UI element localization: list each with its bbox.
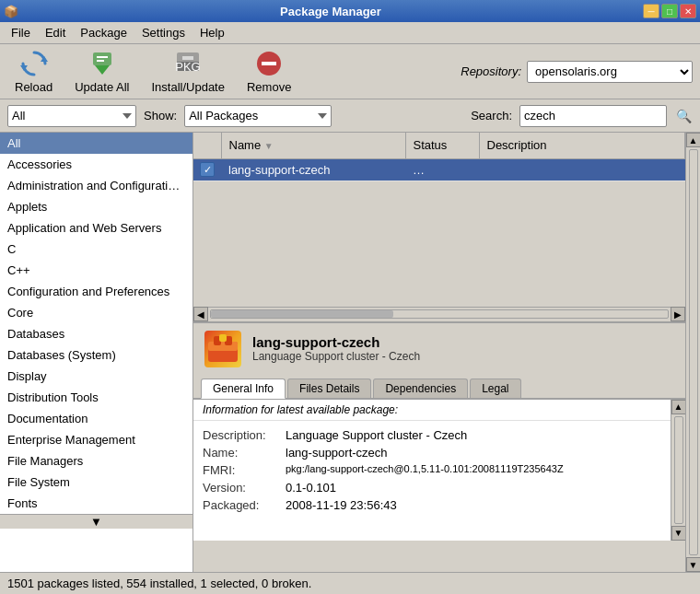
sidebar-item-accessories[interactable]: Accessories [0, 154, 192, 175]
svg-rect-16 [219, 334, 227, 342]
pkg-vscroll-down[interactable]: ▼ [686, 557, 701, 572]
detail-text: lang-support-czech Language Support clus… [252, 334, 420, 363]
pkg-vscroll-up[interactable]: ▲ [686, 133, 701, 147]
row-checkbox[interactable]: ✓ [193, 162, 221, 178]
table-row[interactable]: ✓ lang-support-czech … [193, 159, 685, 181]
reload-icon [19, 49, 49, 78]
sidebar-item-admin[interactable]: Administration and Configurati… [0, 175, 192, 196]
hscroll-track[interactable] [210, 309, 669, 319]
svg-rect-11 [262, 62, 276, 65]
hscroll-thumb [211, 310, 393, 318]
tab-legal[interactable]: Legal [470, 379, 520, 398]
info-key-name: Name: [203, 446, 286, 460]
minimize-button[interactable]: ─ [643, 4, 659, 18]
right-panel: Name ▼ Status Description ✓ lang-support… [193, 133, 700, 572]
search-clear-button[interactable]: 🔍 [674, 107, 693, 125]
hscroll-right[interactable]: ▶ [671, 307, 685, 321]
tab-general-info[interactable]: General Info [201, 379, 286, 399]
sidebar-item-fonts[interactable]: Fonts [0, 493, 192, 514]
detail-name: lang-support-czech [252, 334, 420, 350]
sidebar-item-file-managers[interactable]: File Managers [0, 450, 192, 472]
info-header: Information for latest available package… [193, 400, 671, 421]
sidebar-item-display[interactable]: Display [0, 366, 192, 387]
detail-description: Language Support cluster - Czech [252, 350, 420, 363]
sidebar-item-appservers[interactable]: Application and Web Servers [0, 217, 192, 239]
sort-arrow: ▼ [264, 141, 274, 151]
vscroll-down[interactable]: ▼ [671, 526, 686, 541]
repo-row: Repository: opensolaris.org [461, 61, 693, 83]
reload-button[interactable]: Reload [7, 45, 60, 98]
info-row-name: Name: lang-support-czech [203, 444, 661, 461]
install-label: Install/Update [151, 80, 225, 94]
info-row-fmri: FMRI: pkg:/lang-support-czech@0.1,5.11-0… [203, 461, 661, 479]
tab-files-details[interactable]: Files Details [287, 379, 371, 398]
status-bar: 1501 packages listed, 554 installed, 1 s… [0, 572, 700, 594]
menu-file[interactable]: File [4, 23, 38, 42]
pkg-list-vscrollbar[interactable]: ▲ ▼ [685, 133, 700, 572]
remove-icon [254, 49, 284, 78]
search-label: Search: [471, 109, 512, 122]
svg-rect-13 [208, 342, 238, 351]
info-val-fmri: pkg:/lang-support-czech@0.1,5.11-0.101:2… [286, 463, 564, 477]
search-input[interactable] [519, 105, 667, 127]
sidebar-item-c[interactable]: C [0, 239, 192, 260]
reload-label: Reload [15, 80, 52, 94]
menu-edit[interactable]: Edit [38, 23, 73, 42]
install-button[interactable]: PKG Install/Update [144, 45, 232, 98]
menu-settings[interactable]: Settings [134, 23, 192, 42]
info-key-fmri: FMRI: [203, 463, 286, 477]
sidebar-item-dist-tools[interactable]: Distribution Tools [0, 387, 192, 408]
info-val-description: Language Support cluster - Czech [286, 428, 467, 442]
info-val-version: 0.1-0.101 [286, 481, 336, 495]
info-row-version: Version: 0.1-0.101 [203, 479, 661, 496]
repo-select[interactable]: opensolaris.org [527, 61, 693, 83]
sidebar-item-cpp[interactable]: C++ [0, 260, 192, 281]
sidebar-item-docs[interactable]: Documentation [0, 408, 192, 429]
info-val-packaged: 2008-11-19 23:56:43 [286, 498, 397, 512]
window-title: Package Manager [18, 5, 643, 18]
horizontal-scrollbar[interactable]: ◀ ▶ [193, 307, 685, 321]
sidebar-item-enterprise[interactable]: Enterprise Management [0, 429, 192, 450]
info-panel-container: Information for latest available package… [193, 400, 671, 541]
col-description: Description [479, 133, 685, 158]
update-label: Update All [75, 80, 129, 94]
svg-rect-4 [97, 56, 108, 58]
sidebar-scroll-down[interactable]: ▼ [0, 514, 192, 529]
package-icon [204, 331, 241, 367]
menu-bar: File Edit Package Settings Help [0, 22, 700, 44]
sidebar-item-databases[interactable]: Databases [0, 323, 192, 344]
info-val-name: lang-support-czech [286, 446, 388, 460]
svg-rect-5 [97, 60, 104, 62]
col-name[interactable]: Name ▼ [221, 133, 405, 158]
package-detail: lang-support-czech Language Support clus… [193, 321, 685, 541]
show-label: Show: [144, 109, 177, 122]
info-vscrollbar[interactable]: ▲ ▼ [671, 400, 685, 541]
close-button[interactable]: ✕ [680, 4, 696, 18]
package-list: ✓ lang-support-czech … [193, 159, 685, 307]
main-area: All Accessories Administration and Confi… [0, 133, 700, 572]
hscroll-left[interactable]: ◀ [193, 307, 208, 321]
category-select[interactable]: All [7, 105, 136, 127]
sidebar-item-filesystem[interactable]: File System [0, 472, 192, 493]
tab-dependencies[interactable]: Dependencies [373, 379, 468, 398]
status-text: 1501 packages listed, 554 installed, 1 s… [7, 577, 311, 590]
maximize-button[interactable]: □ [661, 4, 678, 18]
sidebar-item-databases-sys[interactable]: Databases (System) [0, 344, 192, 366]
vscroll-up[interactable]: ▲ [671, 400, 686, 414]
vscroll-track[interactable] [674, 416, 683, 524]
remove-button[interactable]: Remove [239, 45, 298, 98]
row-status: … [405, 163, 479, 177]
sidebar-item-config[interactable]: Configuration and Preferences [0, 281, 192, 302]
sidebar-item-core[interactable]: Core [0, 302, 192, 323]
sidebar-item-all[interactable]: All [0, 133, 192, 154]
info-panel: Description: Language Support cluster - … [193, 421, 671, 541]
menu-package[interactable]: Package [73, 23, 134, 42]
show-select[interactable]: All Packages [184, 105, 332, 127]
pkg-vscroll-track[interactable] [689, 149, 698, 555]
update-all-button[interactable]: Update All [67, 45, 136, 98]
menu-help[interactable]: Help [192, 23, 232, 42]
info-key-version: Version: [203, 481, 286, 495]
sidebar-item-applets[interactable]: Applets [0, 196, 192, 217]
col-status[interactable]: Status [405, 133, 479, 158]
install-icon: PKG [173, 49, 203, 78]
